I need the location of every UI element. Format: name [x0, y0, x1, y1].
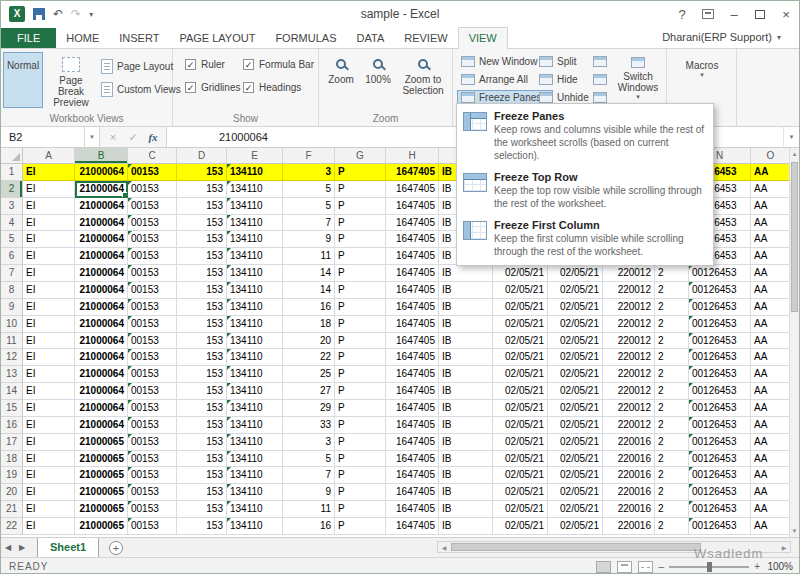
cell-I16[interactable]: IB	[439, 417, 493, 434]
cell-L21[interactable]: 220016	[603, 501, 655, 518]
cell-B17[interactable]: 21000065	[75, 434, 128, 451]
row-header-10[interactable]: 10	[1, 316, 23, 333]
help-button[interactable]: ?	[669, 3, 695, 25]
cell-J9[interactable]: 02/05/21	[493, 299, 548, 316]
cell-M13[interactable]: 2	[655, 366, 689, 383]
scroll-up-icon[interactable]: ▲	[790, 148, 799, 160]
cell-G11[interactable]: P	[335, 333, 386, 350]
cell-I19[interactable]: IB	[439, 467, 493, 484]
cell-N7[interactable]: 00126453	[689, 265, 751, 282]
cell-K16[interactable]: 02/05/21	[548, 417, 603, 434]
col-header-D[interactable]: D	[177, 148, 227, 164]
cell-E10[interactable]: 134110	[227, 316, 283, 333]
cell-C2[interactable]: 00153	[128, 181, 177, 198]
cell-F7[interactable]: 14	[283, 265, 335, 282]
excel-logo-icon[interactable]: X	[9, 6, 25, 22]
row-header-9[interactable]: 9	[1, 299, 23, 316]
cell-J16[interactable]: 02/05/21	[493, 417, 548, 434]
formula-bar-checkbox[interactable]: ✓ Formula Bar	[243, 59, 314, 70]
cell-L22[interactable]: 220016	[603, 518, 655, 535]
cell-F22[interactable]: 16	[283, 518, 335, 535]
tab-formulas[interactable]: FORMULAS	[265, 28, 346, 48]
cell-D5[interactable]: 153	[177, 231, 227, 248]
gridlines-checkbox[interactable]: ✓ Gridlines	[185, 82, 240, 93]
row-header-16[interactable]: 16	[1, 417, 23, 434]
new-sheet-button[interactable]: +	[109, 541, 123, 555]
page-break-view-status-button[interactable]	[638, 561, 653, 573]
cell-C8[interactable]: 00153	[128, 282, 177, 299]
cell-F4[interactable]: 7	[283, 215, 335, 232]
tab-home[interactable]: HOME	[56, 28, 109, 48]
cell-C3[interactable]: 00153	[128, 198, 177, 215]
cell-H20[interactable]: 1647405	[386, 484, 439, 501]
cell-B12[interactable]: 21000064	[75, 349, 128, 366]
normal-view-status-button[interactable]	[596, 561, 611, 573]
cell-A18[interactable]: EI	[23, 451, 75, 468]
cell-E11[interactable]: 134110	[227, 333, 283, 350]
cell-B3[interactable]: 21000064	[75, 198, 128, 215]
cell-F3[interactable]: 5	[283, 198, 335, 215]
cell-C14[interactable]: 00153	[128, 383, 177, 400]
cell-G6[interactable]: P	[335, 248, 386, 265]
cancel-icon[interactable]: ×	[104, 131, 122, 143]
cell-C1[interactable]: 00153	[128, 164, 177, 181]
cell-C15[interactable]: 00153	[128, 400, 177, 417]
save-icon[interactable]	[33, 8, 45, 20]
cell-E21[interactable]: 134110	[227, 501, 283, 518]
cell-K21[interactable]: 02/05/21	[548, 501, 603, 518]
cell-I9[interactable]: IB	[439, 299, 493, 316]
cell-K17[interactable]: 02/05/21	[548, 434, 603, 451]
cell-I11[interactable]: IB	[439, 333, 493, 350]
cell-A16[interactable]: EI	[23, 417, 75, 434]
cell-N19[interactable]: 00126453	[689, 467, 751, 484]
cell-D1[interactable]: 153	[177, 164, 227, 181]
cell-K22[interactable]: 02/05/21	[548, 518, 603, 535]
col-header-B[interactable]: B	[75, 148, 128, 164]
cell-E4[interactable]: 134110	[227, 215, 283, 232]
zoom-percentage[interactable]: 100%	[765, 561, 793, 572]
cell-O14[interactable]: AA	[751, 383, 791, 400]
cell-E7[interactable]: 134110	[227, 265, 283, 282]
cell-L13[interactable]: 220012	[603, 366, 655, 383]
cell-I12[interactable]: IB	[439, 349, 493, 366]
cell-H9[interactable]: 1647405	[386, 299, 439, 316]
synchronous-scrolling-button[interactable]	[591, 72, 609, 87]
cell-C21[interactable]: 00153	[128, 501, 177, 518]
name-box-dropdown-icon[interactable]: ▾	[85, 127, 100, 147]
cell-G9[interactable]: P	[335, 299, 386, 316]
cell-A20[interactable]: EI	[23, 484, 75, 501]
scroll-down-icon[interactable]: ▼	[790, 525, 799, 537]
cell-A6[interactable]: EI	[23, 248, 75, 265]
cell-B13[interactable]: 21000064	[75, 366, 128, 383]
cell-G16[interactable]: P	[335, 417, 386, 434]
scroll-left-icon[interactable]: ◀	[438, 542, 450, 552]
cell-D10[interactable]: 153	[177, 316, 227, 333]
cell-M14[interactable]: 2	[655, 383, 689, 400]
cell-H14[interactable]: 1647405	[386, 383, 439, 400]
cell-G8[interactable]: P	[335, 282, 386, 299]
cell-M12[interactable]: 2	[655, 349, 689, 366]
cell-O16[interactable]: AA	[751, 417, 791, 434]
cell-L15[interactable]: 220012	[603, 400, 655, 417]
cell-E8[interactable]: 134110	[227, 282, 283, 299]
cell-G12[interactable]: P	[335, 349, 386, 366]
cell-E13[interactable]: 134110	[227, 366, 283, 383]
cell-I8[interactable]: IB	[439, 282, 493, 299]
cell-A4[interactable]: EI	[23, 215, 75, 232]
cell-O22[interactable]: AA	[751, 518, 791, 535]
cell-A2[interactable]: EI	[23, 181, 75, 198]
cell-K7[interactable]: 02/05/21	[548, 265, 603, 282]
cell-K18[interactable]: 02/05/21	[548, 451, 603, 468]
row-header-18[interactable]: 18	[1, 451, 23, 468]
cell-H5[interactable]: 1647405	[386, 231, 439, 248]
cell-J18[interactable]: 02/05/21	[493, 451, 548, 468]
cell-N14[interactable]: 00126453	[689, 383, 751, 400]
cell-F12[interactable]: 22	[283, 349, 335, 366]
row-header-17[interactable]: 17	[1, 434, 23, 451]
row-header-2[interactable]: 2	[1, 181, 23, 198]
cell-J20[interactable]: 02/05/21	[493, 484, 548, 501]
cell-B21[interactable]: 21000065	[75, 501, 128, 518]
cell-B20[interactable]: 21000065	[75, 484, 128, 501]
cell-B14[interactable]: 21000064	[75, 383, 128, 400]
cell-I13[interactable]: IB	[439, 366, 493, 383]
